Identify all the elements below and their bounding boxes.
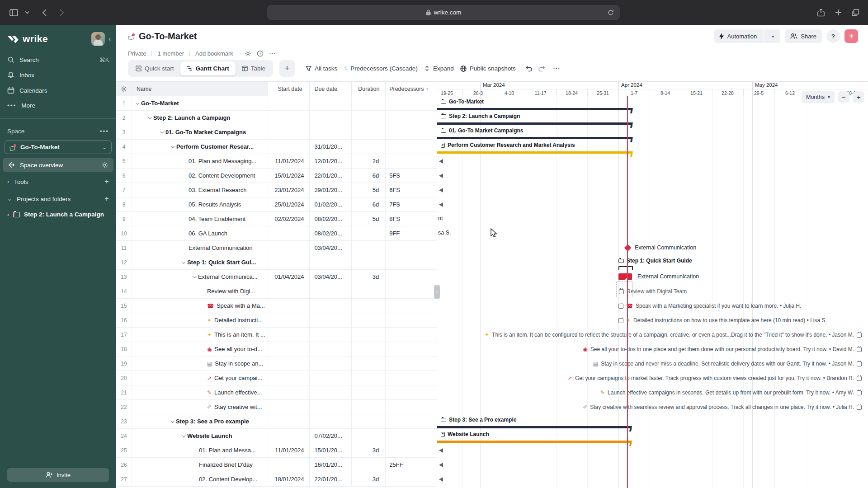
duration-cell[interactable]	[352, 414, 386, 428]
duration-cell[interactable]	[352, 299, 386, 313]
table-row[interactable]: 18◉See all your to-d...	[116, 342, 437, 357]
tab-quick-start[interactable]: Quick start	[129, 61, 180, 75]
offscreen-left-arrow[interactable]	[439, 159, 443, 164]
predecessors-cell[interactable]: 7FS	[386, 197, 437, 211]
settings-gear-icon[interactable]	[245, 50, 251, 57]
due-date-cell[interactable]	[310, 255, 352, 269]
due-date-cell[interactable]: 03/04/20...	[310, 270, 352, 284]
members-label[interactable]: 1 member	[157, 50, 184, 57]
start-date-cell[interactable]	[268, 226, 310, 240]
table-row[interactable]: 2702. Content Develop...18/01/202422/01/…	[116, 472, 437, 487]
predecessors-cell[interactable]	[386, 400, 437, 414]
table-row[interactable]: 501. Plan and Messaging...11/01/202412/0…	[116, 154, 437, 169]
tab-overview-icon[interactable]	[851, 8, 860, 17]
duration-cell[interactable]	[352, 328, 386, 342]
task-name-cell[interactable]: ▤Stay in scope an...	[132, 357, 268, 371]
duration-cell[interactable]	[352, 226, 386, 240]
space-options-icon[interactable]: •••	[100, 128, 109, 135]
table-row[interactable]: 15☎Speak with a Ma...	[116, 299, 437, 313]
share-page-icon[interactable]	[816, 8, 826, 17]
task-name-cell[interactable]: Review with Digi...	[132, 284, 268, 298]
summary-bar[interactable]	[437, 137, 632, 139]
start-date-cell[interactable]: 01/04/2024	[268, 270, 310, 284]
start-date-cell[interactable]: 18/01/2024	[268, 472, 310, 486]
duration-cell[interactable]	[352, 96, 386, 110]
predecessors-cell[interactable]: 8FS	[386, 212, 437, 226]
due-date-cell[interactable]: 22/01/20...	[310, 169, 352, 183]
expand-chevron-icon[interactable]	[171, 144, 175, 148]
start-date-cell[interactable]	[268, 140, 310, 154]
start-date-cell[interactable]	[268, 429, 310, 443]
task-name-cell[interactable]: 06. GA Launch	[132, 226, 268, 240]
predecessors-cell[interactable]	[386, 140, 437, 154]
predecessors-cell[interactable]	[386, 284, 437, 298]
predecessors-cell[interactable]	[386, 96, 437, 110]
start-date-cell[interactable]	[268, 313, 310, 327]
sort-button[interactable]: ↑↓ Predecessors (Cascade)	[344, 65, 418, 72]
start-date-cell[interactable]	[268, 255, 310, 269]
predecessors-cell[interactable]	[386, 342, 437, 356]
table-row[interactable]: 16✦Detailed instructi...	[116, 313, 437, 328]
summary-bar[interactable]	[437, 151, 632, 154]
predecessors-cell[interactable]	[386, 111, 437, 125]
duration-cell[interactable]: 3d	[352, 472, 386, 486]
table-row[interactable]: 602. Content Development15/01/202422/01/…	[116, 169, 437, 183]
tab-group-chevron-icon[interactable]	[23, 8, 32, 17]
task-name-cell[interactable]: 03. External Research	[132, 183, 268, 197]
wrike-logo[interactable]: wrike	[7, 33, 91, 44]
task-name-cell[interactable]: ✦This is an item. It ...	[132, 328, 268, 342]
due-date-cell[interactable]	[310, 385, 352, 399]
share-button[interactable]: Share	[785, 29, 822, 43]
offscreen-left-arrow[interactable]	[439, 202, 443, 207]
task-name-cell[interactable]: 04. Team Enablement	[132, 212, 268, 226]
duration-cell[interactable]	[352, 342, 386, 356]
due-date-cell[interactable]: 31/01/20...	[310, 140, 352, 154]
predecessors-cell[interactable]	[386, 299, 437, 313]
task-name-cell[interactable]: 05. Results Analysis	[132, 197, 268, 211]
start-date-cell[interactable]	[268, 96, 310, 110]
due-date-cell[interactable]: 16/01/20...	[310, 458, 352, 472]
start-date-cell[interactable]	[268, 284, 310, 298]
due-date-cell[interactable]: 15/01/20...	[310, 443, 352, 457]
start-date-cell[interactable]: 25/01/2024	[268, 197, 310, 211]
predecessors-cell[interactable]	[386, 313, 437, 327]
duration-cell[interactable]	[352, 429, 386, 443]
add-project-icon[interactable]: +	[104, 194, 109, 203]
predecessors-cell[interactable]	[386, 241, 437, 255]
offscreen-left-arrow[interactable]	[439, 477, 443, 482]
task-name-cell[interactable]: Go-To-Market	[132, 96, 268, 110]
filter-button[interactable]: All tasks	[306, 65, 337, 72]
gear-icon[interactable]	[101, 162, 108, 169]
table-row[interactable]: 21✎Launch effective...	[116, 385, 437, 400]
sidebar-item-inbox[interactable]: Inbox	[0, 67, 116, 83]
table-row[interactable]: 904. Team Enablement02/02/202408/02/20..…	[116, 212, 437, 226]
predecessors-cell[interactable]	[386, 328, 437, 342]
predecessors-cell[interactable]	[386, 125, 437, 139]
duration-cell[interactable]	[352, 111, 386, 125]
due-date-cell[interactable]	[310, 111, 352, 125]
predecessors-cell[interactable]	[386, 371, 437, 385]
table-row[interactable]: 11External Communication03/04/20...	[116, 241, 437, 255]
column-header-start-date[interactable]: Start date	[268, 82, 310, 96]
duration-cell[interactable]	[352, 284, 386, 298]
more-options-icon[interactable]: ⋯	[269, 49, 276, 57]
tab-table[interactable]: Table	[236, 61, 272, 75]
column-header-predecessors[interactable]: Predecessors↑	[386, 82, 437, 96]
table-row[interactable]: 22✐Stay creative wit...	[116, 400, 437, 414]
start-date-cell[interactable]: 15/01/2024	[268, 169, 310, 183]
start-date-cell[interactable]	[268, 328, 310, 342]
due-date-cell[interactable]	[310, 400, 352, 414]
expand-chevron-icon[interactable]	[182, 260, 185, 263]
milestone-diamond[interactable]	[624, 244, 632, 252]
task-name-cell[interactable]: ✦Detailed instructi...	[132, 313, 268, 327]
sidebar-item-step2-project[interactable]: › Step 2: Launch a Campaign	[0, 207, 116, 221]
task-name-cell[interactable]: 01. Plan and Messaging...	[132, 154, 268, 168]
predecessors-cell[interactable]	[386, 154, 437, 168]
start-date-cell[interactable]	[268, 342, 310, 356]
automation-button[interactable]: Automation ▾	[714, 29, 781, 43]
task-name-cell[interactable]: ✎Launch effective...	[132, 385, 268, 399]
info-icon[interactable]	[257, 50, 264, 57]
expand-chevron-icon[interactable]	[170, 419, 174, 422]
start-date-cell[interactable]	[268, 125, 310, 139]
predecessors-cell[interactable]: 25FF	[386, 458, 437, 472]
